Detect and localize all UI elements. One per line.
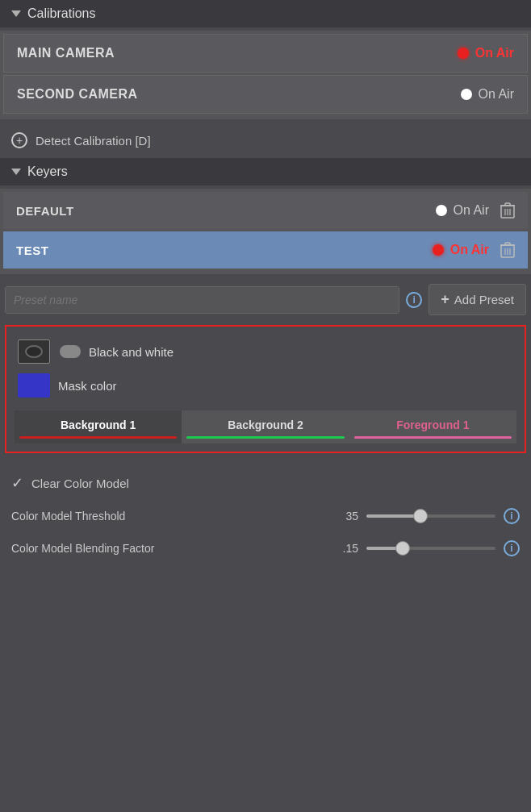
blending-slider[interactable] [366,547,495,550]
delete-default-button[interactable] [500,202,515,219]
threshold-slider-row: Color Model Threshold 35 i [0,500,531,532]
detect-row[interactable]: Detect Calibration [D] [0,123,531,158]
tab-bg2-underline [186,436,344,439]
calibrations-collapse-icon[interactable] [11,10,21,17]
preset-name-input[interactable] [5,286,399,314]
on-air-second: On Air [461,87,514,102]
keyer-row-test[interactable]: TEST On Air [3,231,528,269]
cameras-container: MAIN CAMERA On Air SECOND CAMERA On Air [0,31,531,119]
calibrations-title: Calibrations [27,6,95,21]
camera-row-second[interactable]: SECOND CAMERA On Air [3,75,528,114]
black-white-row: Black and white [15,335,516,369]
threshold-fill [366,514,420,518]
blending-thumb[interactable] [395,541,410,556]
dot-main [458,48,469,59]
on-air-label-second: On Air [479,87,514,102]
threshold-thumb[interactable] [413,509,428,523]
calibrations-header: Calibrations [0,0,531,27]
tab-bg1-label: Background 1 [19,418,177,431]
clear-color-row: ✓ Clear Color Model [0,466,531,500]
camera-label-second: SECOND CAMERA [17,87,138,102]
on-air-default: On Air [436,203,489,218]
clear-color-label: Clear Color Model [31,477,129,490]
keyers-header: Keyers [0,158,531,185]
keyer-right-test: On Air [433,241,515,259]
dot-test [433,244,444,256]
tab-bg2-label: Background 2 [186,418,344,431]
tab-background1[interactable]: Background 1 [15,410,182,443]
blending-slider-row: Color Model Blending Factor .15 i [0,532,531,564]
preset-panel: Black and white Mask color Background 1 … [5,325,526,453]
tabs-row: Background 1 Background 2 Foreground 1 [15,410,516,443]
keyer-label-default: DEFAULT [16,204,74,218]
threshold-info-icon[interactable]: i [504,508,520,524]
camera-thumb-icon [18,339,50,364]
on-air-main: On Air [458,46,514,60]
keyer-label-test: TEST [16,244,48,257]
on-air-test: On Air [433,243,489,257]
mask-color-swatch[interactable] [18,373,50,398]
blending-label: Color Model Blending Factor [11,542,322,555]
dot-default [436,205,447,216]
blending-value: .15 [330,542,358,555]
on-air-label-main: On Air [475,46,514,60]
tab-foreground1[interactable]: Foreground 1 [349,410,516,443]
keyers-container: DEFAULT On Air [0,189,531,274]
dot-second [461,89,472,100]
mask-color-row: Mask color [15,369,516,402]
camera-label-main: MAIN CAMERA [17,46,115,60]
detect-label: Detect Calibration [D] [36,134,151,148]
on-air-label-test: On Air [450,243,489,257]
tab-bg1-underline [19,436,177,439]
threshold-value: 35 [330,510,358,523]
on-air-label-default: On Air [454,203,489,218]
keyer-row-default[interactable]: DEFAULT On Air [3,192,528,229]
preset-name-row: i + Add Preset [0,277,531,322]
bw-toggle[interactable] [60,345,81,358]
blending-info-icon[interactable]: i [504,540,520,556]
threshold-slider[interactable] [366,514,495,518]
mask-color-label: Mask color [58,379,117,393]
keyers-section: Keyers DEFAULT On Air [0,158,531,322]
add-preset-plus-icon: + [441,291,449,308]
tab-fg1-label: Foreground 1 [354,418,512,431]
paint-icon: ✓ [11,474,23,492]
keyer-right-default: On Air [436,202,515,219]
camera-row-main[interactable]: MAIN CAMERA On Air [3,34,528,73]
tab-background2[interactable]: Background 2 [182,410,349,443]
black-white-label: Black and white [89,345,174,359]
target-icon [11,132,27,148]
tab-fg1-underline [354,436,512,439]
preset-info-icon[interactable]: i [406,292,422,308]
camera-lens-icon [25,345,43,358]
threshold-label: Color Model Threshold [11,510,322,523]
bottom-section: ✓ Clear Color Model Color Model Threshol… [0,458,531,564]
add-preset-label: Add Preset [454,293,514,306]
add-preset-button[interactable]: + Add Preset [429,284,526,315]
calibrations-section: Calibrations MAIN CAMERA On Air SECOND C… [0,0,531,158]
delete-test-button[interactable] [500,241,515,259]
keyers-collapse-icon[interactable] [11,169,21,175]
keyers-title: Keyers [27,164,68,179]
